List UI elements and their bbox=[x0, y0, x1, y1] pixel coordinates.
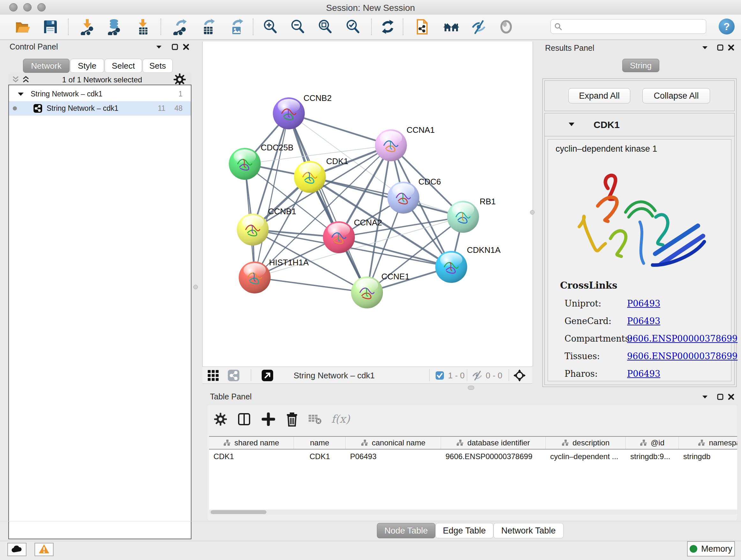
table-header-row[interactable]: shared namenamecanonical namedatabase id… bbox=[209, 436, 737, 449]
table-cell[interactable]: cyclin–dependent ... bbox=[546, 452, 626, 461]
column-header-description[interactable]: description bbox=[546, 437, 626, 449]
show-all-icon[interactable] bbox=[497, 18, 515, 36]
table-panel-float-icon[interactable] bbox=[717, 393, 724, 400]
table-cell[interactable]: 9606.ENSP00000378699 bbox=[441, 452, 546, 461]
import-network-from-database-icon[interactable] bbox=[105, 18, 123, 36]
column-header-namespace[interactable]: namespace bbox=[679, 437, 737, 449]
panel-resize-handle[interactable] bbox=[468, 386, 474, 390]
network-tree-root-row[interactable]: String Network – cdk1 1 bbox=[9, 87, 191, 101]
table-body[interactable]: CDK1CDK1P064939606.ENSP00000378699cyclin… bbox=[209, 449, 737, 509]
open-in-window-icon[interactable] bbox=[261, 369, 274, 382]
network-edge[interactable] bbox=[255, 113, 289, 277]
column-header--id[interactable]: @id bbox=[626, 437, 679, 449]
add-column-icon[interactable] bbox=[261, 412, 276, 427]
string-import-icon[interactable] bbox=[414, 18, 431, 36]
tab-node-table[interactable]: Node Table bbox=[377, 523, 435, 538]
column-header-name[interactable]: name bbox=[294, 437, 346, 449]
hide-selected-icon[interactable] bbox=[470, 18, 488, 36]
tab-network[interactable]: Network bbox=[23, 59, 70, 73]
expand-all-button[interactable]: Expand All bbox=[568, 88, 630, 104]
collapse-all-button[interactable]: Collapse All bbox=[643, 88, 710, 104]
column-header-shared-name[interactable]: shared name bbox=[209, 437, 294, 449]
delete-column-icon[interactable] bbox=[285, 412, 299, 427]
collapse-all-networks-icon[interactable] bbox=[11, 75, 20, 84]
home-icon[interactable] bbox=[442, 18, 460, 36]
control-panel-menu-icon[interactable] bbox=[155, 44, 162, 50]
import-network-icon[interactable] bbox=[78, 18, 96, 36]
crosslink-value[interactable]: 9606.ENSP00000378699 bbox=[627, 334, 738, 344]
panel-resize-handle[interactable] bbox=[193, 285, 198, 289]
table-panel-close-icon[interactable] bbox=[728, 393, 735, 400]
table-row[interactable]: CDK1CDK1P064939606.ENSP00000378699cyclin… bbox=[209, 449, 737, 463]
network-node-CDK1[interactable] bbox=[294, 161, 326, 193]
horizontal-scrollbar[interactable] bbox=[209, 509, 737, 515]
network-node-CDKN1A[interactable] bbox=[435, 251, 467, 283]
control-panel-close-icon[interactable] bbox=[183, 44, 190, 51]
save-session-icon[interactable] bbox=[42, 18, 59, 36]
gene-section-header[interactable]: CDK1 bbox=[594, 119, 620, 130]
section-collapse-arrow-icon[interactable] bbox=[568, 121, 576, 127]
network-node-CDC6[interactable] bbox=[387, 182, 419, 213]
crosslink-value[interactable]: P06493 bbox=[627, 369, 660, 379]
results-panel-float-icon[interactable] bbox=[717, 44, 724, 51]
network-node-CCNA1[interactable] bbox=[375, 129, 407, 161]
table-cell[interactable]: P06493 bbox=[346, 452, 441, 461]
tab-network-table[interactable]: Network Table bbox=[493, 523, 563, 538]
export-image-icon[interactable] bbox=[228, 18, 246, 36]
scrollbar-thumb[interactable] bbox=[211, 510, 266, 514]
import-table-icon[interactable] bbox=[134, 18, 152, 36]
network-tree-row-selected[interactable]: String Network – cdk1 11 48 bbox=[9, 101, 191, 116]
network-node-HIST1H1A[interactable] bbox=[239, 261, 271, 294]
refresh-icon[interactable] bbox=[379, 18, 397, 36]
network-node-CCNB2[interactable] bbox=[273, 98, 305, 129]
zoom-fit-icon[interactable] bbox=[316, 18, 334, 36]
zoom-in-icon[interactable] bbox=[261, 18, 279, 36]
results-panel-close-icon[interactable] bbox=[728, 44, 735, 51]
table-cell[interactable]: CDK1 bbox=[209, 452, 294, 461]
tab-style[interactable]: Style bbox=[70, 59, 104, 73]
open-session-icon[interactable] bbox=[13, 18, 31, 36]
network-view-canvas[interactable]: CCNB2CCNA1CDC25BCDK1CDC6RB1CCNB1CCNA2CDK… bbox=[202, 42, 533, 367]
network-node-CDC25B[interactable] bbox=[229, 148, 261, 180]
fit-content-crosshair-icon[interactable] bbox=[513, 369, 526, 382]
results-panel-menu-icon[interactable] bbox=[701, 45, 709, 51]
table-gear-icon[interactable] bbox=[213, 412, 228, 427]
warning-button[interactable] bbox=[35, 543, 54, 556]
network-node-CCNA2[interactable] bbox=[323, 221, 355, 253]
help-button[interactable]: ? bbox=[719, 18, 735, 35]
network-options-gear-icon[interactable] bbox=[174, 73, 186, 85]
control-panel-float-icon[interactable] bbox=[172, 44, 179, 51]
table-cell[interactable]: stringdb:9... bbox=[626, 452, 679, 461]
tab-edge-table[interactable]: Edge Table bbox=[435, 523, 493, 538]
grid-view-icon[interactable] bbox=[207, 369, 219, 382]
selected-checkbox-icon[interactable] bbox=[435, 369, 445, 382]
zoom-out-icon[interactable] bbox=[289, 18, 307, 36]
collapse-arrow-icon[interactable] bbox=[17, 91, 24, 97]
table-cell[interactable]: stringdb bbox=[679, 452, 737, 461]
column-header-database-identifier[interactable]: database identifier bbox=[441, 437, 546, 449]
crosslink-value[interactable]: P06493 bbox=[627, 299, 660, 308]
search-input[interactable] bbox=[565, 20, 706, 33]
tab-string[interactable]: String bbox=[622, 59, 659, 72]
expand-all-networks-icon[interactable] bbox=[22, 75, 30, 84]
export-table-icon[interactable] bbox=[199, 18, 217, 36]
cloud-button[interactable] bbox=[7, 543, 26, 556]
crosslink-value[interactable]: P06493 bbox=[627, 316, 660, 326]
network-view-type-icon[interactable] bbox=[227, 369, 240, 382]
memory-button[interactable]: Memory bbox=[687, 541, 735, 557]
tab-sets[interactable]: Sets bbox=[143, 59, 173, 73]
panel-resize-handle[interactable] bbox=[530, 210, 535, 214]
hidden-eye-icon[interactable] bbox=[471, 369, 484, 382]
crosslink-value[interactable]: 9606.ENSP00000378699 bbox=[627, 351, 738, 361]
tab-select[interactable]: Select bbox=[105, 59, 142, 73]
network-node-RB1[interactable] bbox=[447, 201, 479, 233]
table-panel-menu-icon[interactable] bbox=[701, 394, 709, 400]
export-network-icon[interactable] bbox=[172, 18, 189, 36]
network-edge[interactable] bbox=[255, 277, 367, 293]
network-node-CCNB1[interactable] bbox=[237, 213, 269, 246]
zoom-selected-icon[interactable] bbox=[344, 18, 362, 36]
table-cell[interactable]: CDK1 bbox=[294, 452, 346, 461]
network-node-CCNE1[interactable] bbox=[351, 276, 383, 308]
show-columns-icon[interactable] bbox=[237, 412, 252, 427]
column-header-canonical-name[interactable]: canonical name bbox=[346, 437, 441, 449]
